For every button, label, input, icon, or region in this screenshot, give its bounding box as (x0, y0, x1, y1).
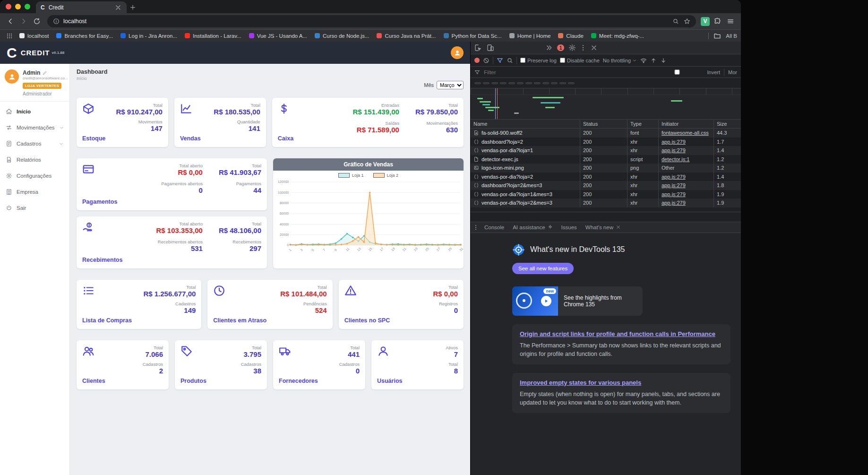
network-request-row[interactable]: fa-solid-900.woff2 200 font fontawesome-… (471, 129, 741, 138)
filter-input[interactable] (484, 69, 541, 75)
tab-close-icon[interactable] (114, 4, 122, 11)
invert-filter-checkbox[interactable]: Invert (649, 69, 721, 75)
bookmark-item[interactable]: Curso de Node.js... (311, 32, 372, 40)
network-request-row[interactable]: logo-icon-mini.png 200 png Other 1.2 (471, 164, 741, 173)
site-info-icon[interactable] (53, 18, 60, 25)
network-request-row[interactable]: dashboard?loja=2&mes=3 200 xhr app.js:27… (471, 181, 741, 190)
request-initiator-link[interactable]: Other (662, 165, 675, 171)
sidebar-menu-item[interactable]: Configurações (0, 168, 69, 184)
more-tabs-icon[interactable] (545, 44, 553, 52)
column-header-size[interactable]: Size (714, 120, 741, 128)
devtools-tab[interactable] (516, 42, 523, 54)
request-type-chip[interactable] (551, 82, 558, 84)
apps-grid-icon[interactable] (4, 30, 15, 42)
reload-button[interactable] (31, 16, 43, 27)
network-search-icon[interactable] (507, 57, 513, 64)
network-request-row[interactable]: detector-exec.js 200 script detector.js:… (471, 155, 741, 164)
header-user-avatar[interactable] (451, 46, 464, 59)
search-icon[interactable] (672, 18, 679, 25)
request-type-chip[interactable] (517, 82, 524, 84)
stat-card[interactable]: Clientes em Atraso Total R$ 101.484,00 (207, 280, 332, 329)
devtools-menu-icon[interactable] (579, 44, 587, 52)
invert-input[interactable] (649, 69, 705, 75)
article-title-link[interactable]: Improved empty states for various panels (520, 379, 723, 386)
column-header-name[interactable]: Name (471, 120, 580, 128)
network-request-row[interactable]: dashboard?loja=2 200 xhr app.js:279 1.7 (471, 138, 741, 147)
stat-card[interactable]: Produtos Total 3.795 (175, 340, 267, 389)
article-title-link[interactable]: Origin and script links for profile and … (520, 330, 723, 337)
all-bookmarks-label[interactable]: All B (726, 33, 737, 39)
drawer-tab[interactable]: AI assistance (508, 222, 557, 233)
stat-card[interactable]: Vendas Total R$ 180.535,00 (174, 98, 266, 147)
network-request-row[interactable]: vendas-por-dia?loja=1 200 xhr app.js:279… (471, 146, 741, 155)
filter-toggle-icon[interactable] (497, 57, 503, 64)
sidebar-menu-item[interactable]: Início (0, 104, 69, 120)
stat-card[interactable]: Caixa Entradas R$ 151.439,00 (272, 98, 464, 147)
close-window-button[interactable] (6, 4, 11, 9)
extensions-icon[interactable] (712, 16, 723, 27)
inspect-element-icon[interactable] (474, 44, 482, 52)
column-header-status[interactable]: Status (580, 120, 627, 128)
request-type-chip[interactable] (542, 82, 549, 84)
more-filters-button[interactable]: Mor (728, 69, 737, 75)
import-har-icon[interactable] (650, 57, 657, 64)
bookmark-item[interactable]: Home | Home (506, 32, 554, 40)
request-type-chip[interactable] (500, 82, 507, 84)
minimize-window-button[interactable] (15, 4, 21, 9)
bookmark-item[interactable]: Meet: mdg-zfwq-... (588, 32, 647, 40)
bookmark-item[interactable]: Curso Java na Prát... (373, 32, 439, 40)
stat-card[interactable]: Fornecedores Total 441 (273, 340, 365, 389)
request-type-chip[interactable] (474, 82, 481, 84)
error-count-badge[interactable]: 1 (557, 44, 564, 51)
see-all-features-button[interactable]: See all new features (512, 263, 574, 274)
devtools-tab[interactable] (510, 42, 516, 54)
play-icon[interactable] (541, 296, 551, 306)
disable-cache-checkbox[interactable]: Disable cache (560, 58, 600, 63)
drawer-tab[interactable]: What's new (581, 222, 625, 233)
preserve-log-input[interactable] (520, 58, 525, 63)
request-initiator-link[interactable]: detector.js:1 (662, 156, 689, 162)
maximize-window-button[interactable] (25, 4, 30, 9)
request-type-chip[interactable] (525, 82, 532, 84)
request-initiator-link[interactable]: fontawesome-all.css (662, 130, 709, 136)
forward-button[interactable] (18, 16, 29, 27)
drawer-tab[interactable]: Issues (557, 222, 581, 233)
request-type-chip[interactable] (483, 82, 490, 84)
month-select[interactable]: Março (437, 81, 464, 89)
highlights-card[interactable]: new See the highlights from Chrome 135 (512, 286, 643, 316)
network-overview[interactable] (471, 88, 741, 120)
devtools-tab[interactable] (530, 42, 536, 54)
devtools-tab[interactable] (523, 42, 530, 54)
bookmark-item[interactable]: Installation - Larav... (181, 32, 245, 40)
request-type-chip[interactable] (568, 82, 575, 84)
stat-card[interactable]: Usuários Ativos 7 (371, 340, 464, 389)
sidebar-menu-item[interactable]: Empresa (0, 184, 69, 200)
devtools-close-icon[interactable] (590, 44, 598, 52)
edit-profile-icon[interactable] (43, 70, 47, 75)
network-request-row[interactable]: vendas-por-dia?loja=2&mes=3 200 xhr app.… (471, 199, 741, 207)
stat-card[interactable]: Clientes Total 7.066 (77, 340, 169, 389)
request-initiator-link[interactable]: app.js:279 (662, 147, 686, 153)
request-type-chip[interactable] (508, 82, 515, 84)
stat-card[interactable]: Lista de Compras Total R$ 1.256.677,00 (77, 280, 201, 329)
stat-card[interactable]: Estoque Total R$ 910.247,00 (77, 98, 168, 147)
record-network-log-button[interactable] (474, 58, 480, 63)
sidebar-menu-item[interactable]: Sair (0, 200, 69, 216)
sidebar-menu-item[interactable]: Relatórios (0, 152, 69, 168)
devtools-tab[interactable] (497, 42, 503, 54)
preserve-log-checkbox[interactable]: Preserve log (520, 58, 557, 63)
network-request-row[interactable]: vendas-por-dia?loja=2 200 xhr app.js:279… (471, 173, 741, 181)
back-button[interactable] (5, 16, 16, 27)
all-bookmarks-folder-icon[interactable] (712, 30, 723, 42)
legend-item[interactable]: Loja 1 (338, 173, 364, 178)
bookmark-item[interactable]: Vue JS - Usando A... (246, 32, 310, 40)
column-header-initiator[interactable]: Initiator (659, 120, 714, 128)
request-type-chip[interactable] (491, 82, 498, 84)
network-request-row[interactable]: vendas-por-dia?loja=1&mes=3 200 xhr app.… (471, 190, 741, 199)
stat-card[interactable]: Clientes no SPC Total R$ 0,00 (339, 280, 464, 329)
sidebar-menu-item[interactable]: Movimentações (0, 120, 69, 136)
devtools-tab[interactable] (503, 42, 510, 54)
export-har-icon[interactable] (660, 57, 667, 64)
bookmark-item[interactable]: Log in - Jira Anron... (117, 32, 180, 40)
request-initiator-link[interactable]: app.js:279 (662, 182, 686, 188)
